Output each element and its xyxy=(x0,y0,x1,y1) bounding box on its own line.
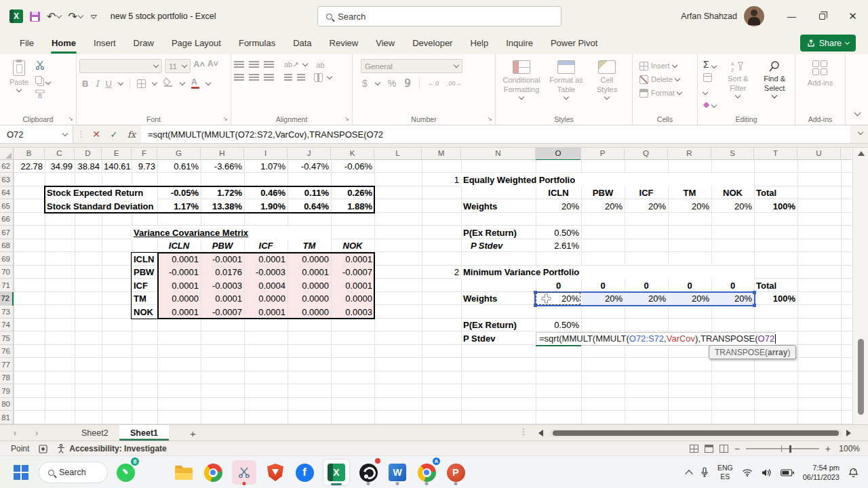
tab-help[interactable]: Help xyxy=(461,33,497,54)
cell-C65[interactable]: Stock Standard Deviation xyxy=(45,200,157,214)
column-header-U[interactable]: U xyxy=(797,148,841,160)
cell-P65[interactable]: 20% xyxy=(581,200,625,214)
tab-formulas[interactable]: Formulas xyxy=(230,33,284,54)
align-center-icon[interactable] xyxy=(249,74,259,81)
cell-T71[interactable]: Total xyxy=(754,279,797,293)
tab-inquire[interactable]: Inquire xyxy=(497,33,542,54)
alignment-dialog-launcher[interactable]: ↘ xyxy=(344,115,349,122)
decrease-decimal-button[interactable]: .00→ xyxy=(447,80,462,87)
column-header-B[interactable]: B xyxy=(14,148,45,160)
decrease-font-button[interactable]: A˅ xyxy=(208,59,218,73)
cell-J65[interactable]: 0.64% xyxy=(288,200,331,214)
cell-H72[interactable]: 0.0001 xyxy=(201,292,244,306)
avatar[interactable] xyxy=(744,6,764,26)
cell-I68[interactable]: ICF xyxy=(244,239,288,253)
row-header-70[interactable]: 70 xyxy=(0,266,13,279)
cell-N70[interactable]: Minimum Variance Portfolio xyxy=(461,266,754,279)
percent-style-button[interactable]: % xyxy=(388,78,396,89)
cut-button[interactable] xyxy=(35,60,50,73)
paste-button[interactable]: Paste xyxy=(3,59,35,101)
tab-file[interactable]: File xyxy=(11,33,43,54)
decrease-indent-icon[interactable] xyxy=(284,74,292,81)
column-header-Q[interactable]: Q xyxy=(625,148,668,160)
sheet-tab-sheet1[interactable]: Sheet1 xyxy=(119,425,169,441)
cell-I65[interactable]: 1.90% xyxy=(244,200,288,214)
column-header-O[interactable]: O xyxy=(536,148,581,160)
tab-page-layout[interactable]: Page Layout xyxy=(163,33,230,54)
column-header-R[interactable]: R xyxy=(668,148,711,160)
italic-button[interactable]: I xyxy=(95,79,98,89)
word-button[interactable]: W xyxy=(386,459,409,486)
row-header-73[interactable]: 73 xyxy=(0,306,13,319)
row-header-75[interactable]: 75 xyxy=(0,332,13,346)
font-size-combo[interactable]: 11 xyxy=(165,59,191,73)
facebook-button[interactable]: f xyxy=(293,459,316,486)
cell-F73[interactable]: NOK xyxy=(132,306,157,319)
cell-T72[interactable]: 100% xyxy=(754,292,797,306)
scroll-up-icon[interactable] xyxy=(858,151,865,156)
column-header-N[interactable]: N xyxy=(461,148,536,160)
column-header-E[interactable]: E xyxy=(102,148,132,160)
row-header-68[interactable]: 68 xyxy=(0,239,13,253)
clipboard-dialog-launcher[interactable]: ↘ xyxy=(68,115,73,122)
row-header-64[interactable]: 64 xyxy=(0,186,13,200)
fill-color-button[interactable] xyxy=(163,77,174,89)
tab-view[interactable]: View xyxy=(367,33,403,54)
language-indicator[interactable]: ENGES xyxy=(717,464,733,481)
user-name[interactable]: Arfan Shahzad xyxy=(681,12,737,21)
chrome-button[interactable] xyxy=(201,459,224,486)
cell-P72[interactable]: 20% xyxy=(581,292,625,306)
cell-N68[interactable]: P Stdev xyxy=(461,239,536,253)
cell-H68[interactable]: PBW xyxy=(201,239,244,253)
comma-style-button[interactable]: 𝟫 xyxy=(404,77,411,89)
cell-F62[interactable]: 9.73 xyxy=(132,160,157,174)
column-header-G[interactable]: G xyxy=(157,148,201,160)
column-header-K[interactable]: K xyxy=(331,148,374,160)
column-header-I[interactable]: I xyxy=(244,148,288,160)
cell-J71[interactable]: 0.0000 xyxy=(288,279,331,293)
cell-M63[interactable]: 1 xyxy=(422,174,461,187)
accounting-format-button[interactable]: $ xyxy=(362,78,368,89)
tab-insert[interactable]: Insert xyxy=(85,33,125,54)
horizontal-scrollbar[interactable] xyxy=(549,429,842,437)
cell-K65[interactable]: 1.88% xyxy=(331,200,374,214)
cell-G72[interactable]: 0.0000 xyxy=(157,292,201,306)
cell-P64[interactable]: PBW xyxy=(581,186,625,200)
cell-I64[interactable]: 0.46% xyxy=(244,186,288,200)
page-break-view-icon[interactable] xyxy=(719,445,728,453)
cell-C64[interactable]: Stock Expected Return xyxy=(45,186,157,200)
cell-N72[interactable]: Weights xyxy=(461,292,536,306)
column-header-L[interactable]: L xyxy=(374,148,422,160)
vertical-scroll-thumb[interactable] xyxy=(858,339,864,415)
obs-button[interactable] xyxy=(357,459,380,486)
cell-J72[interactable]: 0.0000 xyxy=(288,292,331,306)
align-left-icon[interactable] xyxy=(234,74,244,81)
cell-I62[interactable]: 1.07% xyxy=(244,160,288,174)
align-top-icon[interactable] xyxy=(234,61,244,68)
cell-T64[interactable]: Total xyxy=(754,186,797,200)
cell-G69[interactable]: 0.0001 xyxy=(157,253,201,266)
share-button[interactable]: Share xyxy=(800,35,856,52)
zoom-slider-thumb[interactable] xyxy=(789,445,792,453)
sheet-grid[interactable]: =sqrt(MMULT(MMULT(O72:S72,VarCov),TRANSP… xyxy=(0,160,852,424)
column-header-J[interactable]: J xyxy=(288,148,331,160)
cell-M70[interactable]: 2 xyxy=(422,266,461,279)
increase-decimal-button[interactable]: ←.0 xyxy=(428,80,439,87)
minimize-button[interactable]: — xyxy=(776,0,807,33)
notification-bell-icon[interactable]: z xyxy=(848,468,859,478)
tab-splitter-icon[interactable]: ⋮ xyxy=(519,427,528,436)
chevron-down-icon[interactable] xyxy=(56,12,62,18)
cell-styles-button[interactable]: Cell Styles xyxy=(588,59,626,113)
prev-sheet-button[interactable]: ‹ xyxy=(14,428,16,438)
cell-B62[interactable]: 22.78 xyxy=(14,160,45,174)
battery-icon[interactable] xyxy=(781,469,794,476)
zoom-out-button[interactable]: − xyxy=(734,443,740,454)
insert-cells-button[interactable]: Insert xyxy=(639,59,694,73)
font-dialog-launcher[interactable]: ↘ xyxy=(222,115,228,122)
cell-K64[interactable]: 0.26% xyxy=(331,186,374,200)
wrap-text-button[interactable]: ab xyxy=(316,61,324,69)
expand-formula-bar-icon[interactable] xyxy=(858,129,863,135)
align-middle-icon[interactable] xyxy=(249,61,259,68)
cell-H69[interactable]: -0.0001 xyxy=(201,253,244,266)
fill-button[interactable] xyxy=(703,73,719,97)
